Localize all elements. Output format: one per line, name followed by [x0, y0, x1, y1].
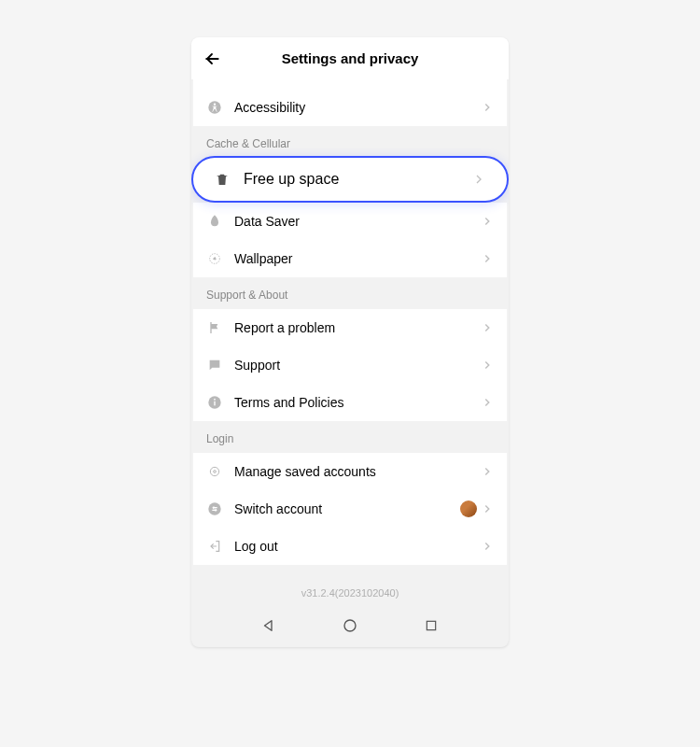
row-log-out[interactable]: Log out — [193, 528, 507, 565]
circle-home-icon — [342, 617, 358, 634]
row-label: Support — [234, 358, 481, 373]
chevron-right-icon — [481, 502, 494, 515]
row-report-problem[interactable]: Report a problem — [193, 309, 507, 346]
settings-group-cache: Data Saver Wallpaper — [193, 203, 507, 277]
datasaver-icon — [206, 213, 223, 230]
row-manage-accounts[interactable]: Manage saved accounts — [193, 453, 507, 490]
logout-icon — [206, 538, 223, 555]
svg-point-10 — [208, 502, 220, 514]
row-label: Free up space — [244, 171, 471, 188]
settings-group-support: Report a problem Support Terms and Polic… — [193, 309, 507, 421]
accessibility-icon — [206, 99, 223, 116]
row-free-up-space[interactable]: Free up space — [191, 156, 509, 203]
triangle-back-icon — [260, 617, 277, 634]
chevron-right-icon — [481, 215, 494, 228]
nav-home-button[interactable] — [340, 615, 360, 636]
svg-point-4 — [214, 258, 217, 261]
chevron-right-icon — [481, 465, 494, 478]
row-label: Manage saved accounts — [234, 464, 481, 479]
row-switch-account[interactable]: Switch account — [193, 490, 507, 528]
svg-point-2 — [214, 103, 216, 105]
section-header-login: Login — [191, 421, 509, 453]
svg-point-9 — [214, 471, 217, 473]
svg-rect-6 — [214, 402, 215, 406]
system-navbar — [191, 606, 509, 647]
row-label: Log out — [234, 539, 481, 554]
support-chat-icon — [206, 357, 223, 374]
app-header: Settings and privacy — [191, 37, 509, 79]
square-recent-icon — [424, 618, 439, 633]
back-arrow-icon — [203, 49, 221, 68]
section-header-cache: Cache & Cellular — [191, 126, 509, 158]
row-label: Data Saver — [234, 214, 481, 229]
section-header-support: Support & About — [191, 277, 509, 309]
row-label: Accessibility — [234, 100, 481, 115]
back-button[interactable] — [203, 49, 221, 68]
chevron-right-icon — [481, 252, 494, 265]
settings-group-login: Manage saved accounts Switch account Log… — [193, 453, 507, 565]
row-support[interactable]: Support — [193, 346, 507, 384]
row-label: Report a problem — [234, 320, 481, 335]
version-text: v31.2.4(2023102040) — [191, 565, 509, 606]
trash-icon — [214, 171, 231, 188]
flag-icon — [206, 319, 223, 336]
gear-outline-icon — [206, 463, 223, 480]
row-terms-policies[interactable]: Terms and Policies — [193, 384, 507, 421]
row-label: Terms and Policies — [234, 395, 481, 410]
row-label: Wallpaper — [234, 251, 481, 266]
svg-marker-12 — [265, 621, 273, 631]
svg-point-13 — [344, 620, 356, 631]
avatar — [460, 500, 477, 517]
chevron-right-icon — [471, 172, 486, 187]
row-wallpaper[interactable]: Wallpaper — [193, 240, 507, 277]
page-title: Settings and privacy — [206, 50, 494, 66]
chevron-right-icon — [481, 359, 494, 372]
swap-icon — [206, 500, 223, 517]
settings-group-top: Accessibility — [193, 79, 507, 126]
svg-rect-14 — [427, 621, 435, 629]
nav-recent-button[interactable] — [421, 615, 441, 636]
chevron-right-icon — [481, 540, 494, 553]
phone-frame: Settings and privacy Accessibility Cache… — [191, 37, 509, 647]
chevron-right-icon — [481, 396, 494, 409]
nav-back-button[interactable] — [259, 615, 279, 636]
svg-point-8 — [210, 467, 218, 475]
row-data-saver[interactable]: Data Saver — [193, 203, 507, 240]
row-accessibility[interactable]: Accessibility — [193, 89, 507, 126]
svg-point-7 — [214, 399, 216, 401]
row-label: Switch account — [234, 501, 460, 516]
chevron-right-icon — [481, 101, 494, 114]
info-icon — [206, 394, 223, 411]
wallpaper-icon — [206, 250, 223, 267]
chevron-right-icon — [481, 321, 494, 334]
